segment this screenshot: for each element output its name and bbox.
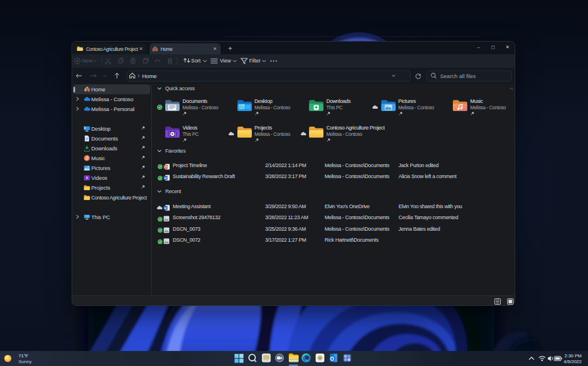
svg-text:Filter: Filter bbox=[249, 58, 260, 64]
svg-text:View: View bbox=[220, 58, 232, 64]
svg-text:New: New bbox=[82, 58, 92, 64]
svg-text:Sort: Sort bbox=[191, 58, 201, 64]
